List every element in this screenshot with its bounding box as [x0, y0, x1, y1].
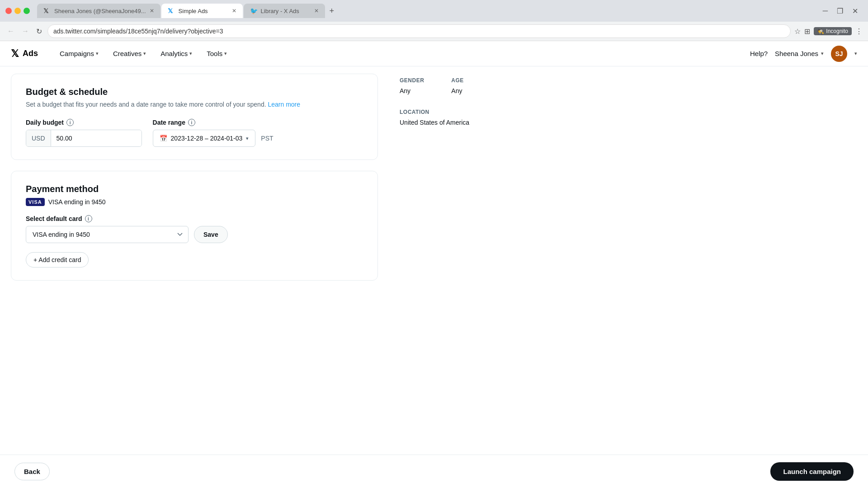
gender-label: Gender	[400, 77, 424, 84]
avatar-initials: SJ	[835, 50, 843, 57]
maximize-btn[interactable]	[24, 8, 30, 14]
select-default-info[interactable]: i	[85, 215, 92, 222]
select-save-row: VISA ending in 9450 Save	[26, 226, 363, 243]
os-window-controls: ─ ❐ ✕	[818, 5, 863, 17]
nav-campaigns[interactable]: Campaigns ▾	[52, 41, 106, 66]
tab3-close[interactable]: ✕	[314, 8, 319, 14]
currency-label: USD	[26, 130, 51, 146]
payment-title: Payment method	[26, 184, 363, 194]
top-area: Budget & schedule Set a budget that fits…	[11, 66, 378, 281]
location-group: Location United States of America	[400, 109, 857, 126]
visa-card-row: VISA VISA ending in 9450	[26, 198, 363, 206]
select-default-label: Select default card i	[26, 215, 363, 222]
win-close[interactable]: ✕	[848, 5, 863, 17]
address-input[interactable]	[47, 24, 791, 38]
nav-analytics[interactable]: Analytics ▾	[153, 41, 199, 66]
budget-desc: Set a budget that fits your needs and a …	[26, 101, 363, 108]
forward-nav-btn[interactable]: →	[20, 25, 31, 37]
date-range-label: Date range i	[153, 119, 274, 126]
form-date-row: 📅 2023-12-28 – 2024-01-03 ▾ PST	[153, 130, 274, 147]
back-nav-btn[interactable]: ←	[5, 25, 16, 37]
refresh-btn[interactable]: ↻	[34, 25, 44, 38]
close-btn[interactable]	[5, 8, 12, 14]
date-range-info[interactable]: i	[188, 119, 195, 126]
win-restore[interactable]: ❐	[832, 5, 848, 17]
new-tab-btn[interactable]: +	[326, 5, 338, 18]
budget-form-row: Daily budget i USD Date range i	[26, 119, 363, 147]
header-right: Help? Sheena Jones ▾ SJ ▾	[750, 46, 857, 62]
tab1-title: Sheena Jones (@SheenaJone49...	[54, 8, 146, 14]
tab-sheena[interactable]: 𝕏 Sheena Jones (@SheenaJone49... ✕	[37, 4, 160, 18]
tab-simpleads[interactable]: 𝕏 Simple Ads ✕	[161, 4, 243, 18]
budget-desc-text: Set a budget that fits your needs and a …	[26, 101, 266, 108]
sidebar-section: Gender Any Age Any Location United State…	[400, 66, 857, 141]
user-menu-btn[interactable]: Sheena Jones ▾	[775, 50, 824, 57]
calendar-icon: 📅	[160, 135, 167, 142]
sidebar-area: Gender Any Age Any Location United State…	[389, 66, 868, 484]
date-range-value: 2023-12-28 – 2024-01-03	[171, 135, 243, 142]
tab3-title: Library - X Ads	[261, 8, 311, 14]
location-label: Location	[400, 109, 857, 115]
nav-tools[interactable]: Tools ▾	[199, 41, 234, 66]
app-header: 𝕏 Ads Campaigns ▾ Creatives ▾ Analytics …	[0, 41, 868, 66]
incognito-label: Incognito	[826, 28, 848, 34]
creatives-chevron: ▾	[143, 51, 146, 56]
budget-input[interactable]	[51, 130, 142, 146]
visa-badge: VISA	[26, 198, 45, 206]
win-minimize[interactable]: ─	[818, 5, 832, 17]
nav-menu: Campaigns ▾ Creatives ▾ Analytics ▾ Tool…	[52, 41, 750, 66]
nav-creatives[interactable]: Creatives ▾	[106, 41, 153, 66]
analytics-label: Analytics	[160, 50, 188, 57]
user-name: Sheena Jones	[775, 50, 818, 57]
incognito-icon: 🕵	[817, 28, 824, 34]
logo-area: 𝕏 Ads	[11, 48, 38, 60]
browser-chrome: 𝕏 Sheena Jones (@SheenaJone49... ✕ 𝕏 Sim…	[0, 0, 868, 41]
analytics-chevron: ▾	[189, 51, 192, 56]
save-button[interactable]: Save	[194, 226, 228, 243]
ads-label: Ads	[23, 49, 38, 58]
main-layout: Budget & schedule Set a budget that fits…	[0, 66, 868, 484]
incognito-badge: 🕵 Incognito	[814, 27, 852, 35]
tab-library[interactable]: 🐦 Library - X Ads ✕	[244, 4, 325, 18]
budget-title: Budget & schedule	[26, 87, 363, 97]
bottom-bar: Back Launch campaign	[0, 455, 868, 484]
tab3-favicon: 🐦	[250, 7, 257, 14]
gender-group: Gender Any	[400, 77, 424, 102]
avatar-chevron: ▾	[854, 51, 857, 56]
content-area: Budget & schedule Set a budget that fits…	[0, 66, 389, 484]
age-label: Age	[451, 77, 464, 84]
back-button[interactable]: Back	[14, 463, 50, 480]
user-chevron: ▾	[821, 51, 824, 56]
campaigns-label: Campaigns	[60, 50, 94, 57]
tab1-close[interactable]: ✕	[150, 8, 154, 14]
add-credit-card-button[interactable]: + Add credit card	[26, 252, 89, 267]
menu-icon[interactable]: ⋮	[855, 27, 863, 36]
avatar[interactable]: SJ	[831, 46, 847, 62]
payment-section: Payment method VISA VISA ending in 9450 …	[11, 171, 378, 281]
tools-label: Tools	[207, 50, 222, 57]
learn-more-link[interactable]: Learn more	[268, 101, 300, 108]
date-range-btn[interactable]: 📅 2023-12-28 – 2024-01-03 ▾	[153, 130, 256, 147]
date-range-group: Date range i 📅 2023-12-28 – 2024-01-03 ▾…	[153, 119, 274, 147]
budget-input-wrapper: USD	[26, 130, 142, 147]
tab2-close[interactable]: ✕	[232, 8, 236, 14]
bookmark-icon[interactable]: ☆	[794, 27, 801, 36]
titlebar: 𝕏 Sheena Jones (@SheenaJone49... ✕ 𝕏 Sim…	[0, 0, 868, 22]
address-actions: ☆ ⊞ 🕵 Incognito ⋮	[794, 27, 863, 36]
age-group: Age Any	[451, 77, 464, 102]
creatives-label: Creatives	[113, 50, 142, 57]
daily-budget-group: Daily budget i USD	[26, 119, 142, 147]
help-button[interactable]: Help?	[750, 50, 768, 57]
x-logo: 𝕏	[11, 48, 19, 60]
daily-budget-info[interactable]: i	[66, 119, 74, 126]
location-value: United States of America	[400, 119, 857, 126]
launch-campaign-button[interactable]: Launch campaign	[770, 462, 854, 481]
tabs-bar: 𝕏 Sheena Jones (@SheenaJone49... ✕ 𝕏 Sim…	[33, 4, 815, 18]
daily-budget-label: Daily budget i	[26, 119, 142, 126]
extension-icon[interactable]: ⊞	[804, 27, 810, 36]
campaigns-chevron: ▾	[96, 51, 99, 56]
minimize-btn[interactable]	[14, 8, 21, 14]
tab1-favicon: 𝕏	[43, 7, 51, 14]
visa-card-text: VISA ending in 9450	[48, 198, 106, 206]
card-select[interactable]: VISA ending in 9450	[26, 226, 189, 243]
